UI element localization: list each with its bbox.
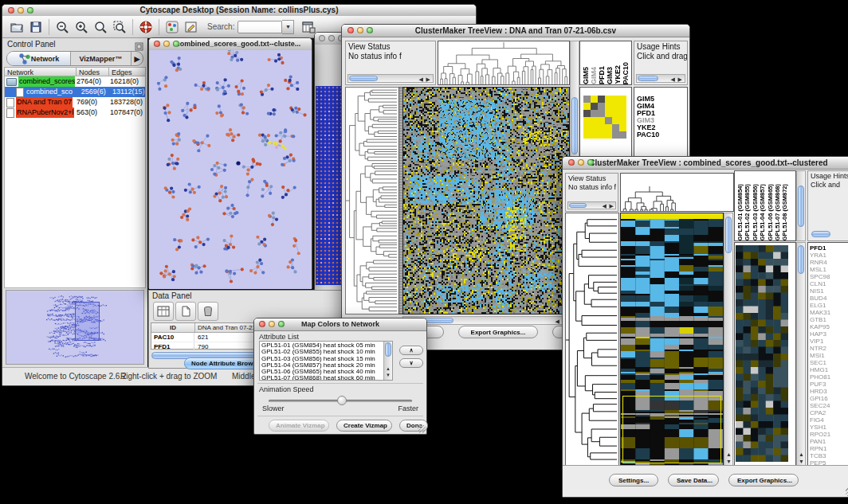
zoom-heatmap[interactable] (734, 242, 796, 467)
usage-hints-scrollbar[interactable]: ◀ ▶ (636, 74, 685, 83)
scroll-thumb[interactable] (571, 97, 578, 154)
attribute-item[interactable]: GPL51-04 (GSM857) heat shock 20 min (260, 362, 383, 369)
row-dendrogram[interactable] (345, 87, 399, 315)
column-label[interactable]: GPL51-03 (GSM856) (752, 184, 759, 240)
attribute-item[interactable]: GPL51-07 (GSM868) heat shock 60 min (260, 375, 383, 381)
resize-grip[interactable] (418, 425, 426, 433)
attribute-list[interactable]: GPL51-01 (GSM854) heat shock 05 minGPL51… (259, 341, 393, 381)
minimize-button[interactable] (357, 27, 363, 33)
save-session-button[interactable] (26, 18, 45, 36)
gene-label[interactable]: PFD1 (810, 244, 830, 252)
heatmap-cell[interactable] (619, 96, 626, 103)
view-status-scrollbar[interactable]: ◀ ▶ (347, 74, 434, 83)
heatmap-cell[interactable] (598, 124, 605, 131)
gene-label[interactable]: PAN1 (810, 438, 830, 445)
column-label[interactable]: GPL51-04 (GSM857) (759, 184, 766, 240)
scroll-left-icon[interactable]: ◀ (419, 76, 423, 83)
zoom-in-icon[interactable] (72, 18, 91, 36)
gene-label[interactable]: SEC24 (810, 402, 830, 409)
gene-label[interactable]: TCB3 (810, 452, 830, 459)
column-label[interactable]: GIM4 (590, 67, 598, 84)
attribute-table-icon[interactable] (153, 302, 174, 321)
row-label[interactable]: PAC10 (637, 131, 659, 139)
heatmap-cell[interactable] (583, 131, 591, 139)
gene-label[interactable]: GTB1 (810, 316, 830, 323)
column-label[interactable]: PAC10 (622, 62, 630, 84)
attribute-list-scrollbar[interactable]: ▲ ▼ (383, 342, 392, 380)
scroll-thumb[interactable] (798, 186, 804, 227)
heatmap-cell[interactable] (583, 117, 591, 124)
heatmap-cell[interactable] (583, 103, 591, 110)
scroll-down-icon[interactable]: ▼ (799, 458, 804, 465)
network-tree-row[interactable]: combined_sco2569(6)13112(15) (5, 87, 145, 97)
heatmap-cell[interactable] (605, 124, 612, 131)
gene-label[interactable]: RPO21 (810, 431, 830, 438)
column-label[interactable]: GPL51-06 (GSM865) (767, 184, 774, 240)
slider-thumb[interactable] (337, 396, 347, 405)
heatmap-cell[interactable] (605, 96, 612, 103)
heatmap-cell[interactable] (598, 110, 605, 117)
scroll-left-icon[interactable]: ◀ (603, 202, 607, 209)
zoom-button[interactable] (27, 7, 33, 14)
tab-overflow-arrow[interactable]: ▶ (132, 52, 143, 65)
column-label[interactable]: GPL51-02 (GSM855) (744, 184, 751, 240)
gene-label[interactable]: BUD4 (810, 295, 830, 302)
heatmap-cell[interactable] (619, 103, 626, 110)
search-dropdown-icon[interactable]: ▼ (282, 20, 294, 34)
heatmap-cell[interactable] (591, 131, 598, 139)
minimize-button[interactable] (269, 321, 275, 327)
gene-label[interactable]: GPI16 (810, 395, 830, 402)
gene-label[interactable]: SPC98 (810, 273, 830, 280)
network-tree-row[interactable]: RNAPuberNov2+l563(0)107847(0) (5, 107, 145, 118)
gene-label[interactable]: PHO81 (810, 373, 830, 381)
heatmap-cell[interactable] (605, 131, 612, 139)
column-label[interactable]: GPL51-08 (GSM872) (781, 184, 788, 240)
scroll-thumb[interactable] (798, 245, 804, 274)
heatmap-cell[interactable] (605, 110, 612, 117)
gene-label[interactable]: FIG4 (810, 416, 830, 424)
close-button[interactable] (568, 159, 575, 166)
zoom-button[interactable] (173, 41, 179, 47)
minimize-button[interactable] (18, 7, 24, 14)
column-dendrogram[interactable] (620, 173, 734, 212)
heatmap-cell[interactable] (591, 110, 598, 117)
zoom-out-icon[interactable] (53, 18, 72, 36)
scroll-down-icon[interactable]: ▼ (386, 372, 391, 379)
column-label[interactable]: GPL51-07 (GSM868) (774, 184, 781, 240)
attribute-item[interactable]: GPL51-01 (GSM854) heat shock 05 min (260, 342, 383, 349)
heatmap-cell[interactable] (598, 131, 605, 139)
treeview-dna-titlebar[interactable]: ClusterMaker TreeView : DNA and Tran 07-… (342, 25, 689, 37)
scroll-thumb[interactable] (349, 76, 378, 81)
minimize-button[interactable] (328, 35, 335, 41)
animation-speed-slider[interactable] (269, 400, 412, 402)
scroll-thumb[interactable] (725, 217, 732, 253)
help-lifebuoy-icon[interactable] (136, 18, 155, 36)
gene-labels[interactable]: PFD1YRA1RNR4MSL1SPC98CLN1NIS1BUD4ELG1MAK… (810, 244, 830, 467)
column-label[interactable]: GIM5 (582, 67, 590, 84)
zoom-heatmap-vscrollbar[interactable]: ▲ ▼ (796, 242, 806, 467)
row-dendrogram[interactable] (565, 213, 619, 467)
attribute-item[interactable]: GPL51-03 (GSM856) heat shock 15 min (260, 356, 383, 362)
global-heatmap[interactable] (620, 213, 724, 467)
heatmap-cell[interactable] (583, 96, 591, 103)
zoom-selected-icon[interactable] (110, 18, 129, 36)
gene-label[interactable]: MSL1 (810, 266, 830, 273)
heatmap-cell[interactable] (583, 110, 591, 117)
gene-label[interactable]: YSH1 (810, 424, 830, 431)
tab-vizmapper[interactable]: VizMapper™ (71, 52, 132, 65)
column-id[interactable]: ID (151, 323, 195, 332)
zoom-button[interactable] (278, 321, 285, 327)
close-button[interactable] (154, 41, 160, 47)
scroll-up-icon[interactable]: ▲ (726, 451, 732, 458)
scroll-right-icon[interactable]: ▶ (426, 76, 430, 83)
gene-label[interactable]: CLN1 (810, 280, 830, 287)
heatmap-cell[interactable] (612, 96, 619, 103)
close-button[interactable] (259, 321, 265, 327)
heatmap-cell[interactable] (591, 117, 598, 124)
gene-label[interactable]: SEC1 (810, 359, 830, 366)
column-label[interactable]: PFD1 (598, 66, 606, 84)
heatmap-cell[interactable] (605, 117, 612, 124)
tab-network[interactable]: Network (7, 52, 71, 65)
heatmap-cell[interactable] (591, 96, 598, 103)
minimize-button[interactable] (578, 159, 584, 166)
